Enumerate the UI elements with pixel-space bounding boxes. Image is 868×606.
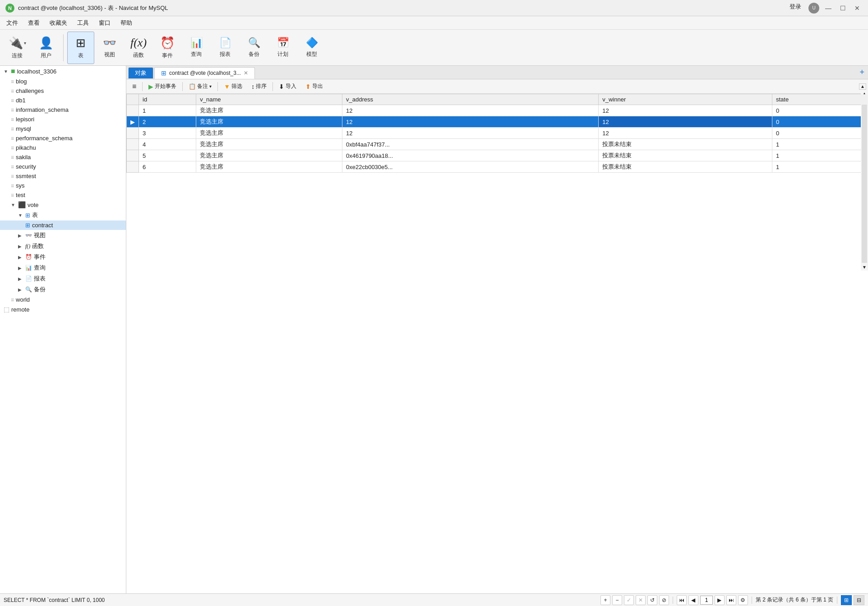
cell-v_name[interactable]: 竞选主席 (196, 139, 342, 150)
sidebar-db-sakila[interactable]: ≡ sakila (0, 152, 126, 162)
cell-v_name[interactable]: 竞选主席 (196, 161, 342, 173)
page-number-input[interactable]: 1 (700, 596, 713, 605)
cell-v_winner[interactable]: 12 (599, 128, 772, 139)
cell-id[interactable]: 5 (139, 150, 196, 161)
sidebar-remote[interactable]: ⬚ remote (0, 304, 126, 314)
confirm-btn[interactable]: ✓ (624, 595, 634, 605)
scrollbar-right[interactable]: ▲ ▼ (861, 90, 868, 271)
cell-v_address[interactable]: 12 (342, 105, 599, 116)
sidebar-db-challenges[interactable]: ≡ challenges (0, 86, 126, 96)
cell-id[interactable]: 2 (139, 116, 196, 128)
toolbar-backup[interactable]: 🔍 备份 (240, 32, 268, 64)
sidebar-folder-queries[interactable]: ▶ 📊 查询 (0, 262, 126, 273)
sidebar-db-db1[interactable]: ≡ db1 (0, 96, 126, 105)
sidebar-db-vote[interactable]: ▼ ⬛ vote (0, 200, 126, 210)
toolbar-report[interactable]: 📄 报表 (212, 32, 239, 64)
add-record-btn[interactable]: + (600, 595, 610, 605)
sidebar-db-test[interactable]: ≡ test (0, 190, 126, 200)
maximize-button[interactable]: ☐ (837, 3, 848, 14)
export-btn[interactable]: ⬆ 导出 (301, 81, 327, 92)
refresh-btn[interactable]: ↺ (647, 595, 657, 605)
user-avatar[interactable]: U (808, 3, 819, 14)
tab-obj[interactable]: 对象 (128, 67, 153, 79)
filter-btn[interactable]: ▼ 筛选 (220, 81, 246, 92)
form-view-btn[interactable]: ⊟ (854, 595, 864, 605)
cell-v_winner[interactable]: 投票未结束 (599, 139, 772, 150)
delete-record-btn[interactable]: − (612, 595, 622, 605)
cell-v_address[interactable]: 0xe22cb0030e5... (342, 161, 599, 173)
note-btn[interactable]: 📋 备注 ▾ (185, 81, 216, 92)
sidebar-db-ssmtest[interactable]: ≡ ssmtest (0, 171, 126, 181)
toolbar-user[interactable]: 👤 用户 (32, 32, 60, 64)
toolbar-model[interactable]: 🔷 模型 (298, 32, 325, 64)
table-row[interactable]: 4竞选主席0xbf4aa747f37...投票未结束1 (127, 139, 868, 150)
add-tab-button[interactable]: + (859, 68, 864, 77)
sidebar-db-lepisori[interactable]: ≡ lepisori (0, 115, 126, 124)
sidebar-folder-events[interactable]: ▶ ⏰ 事件 (0, 252, 126, 262)
toolbar-schedule[interactable]: 📅 计划 (269, 32, 296, 64)
sidebar-table-contract[interactable]: ⊞ contract (0, 220, 126, 230)
cell-state[interactable]: 0 (772, 105, 868, 116)
next-page-btn[interactable]: ▶ (715, 595, 725, 605)
menu-file[interactable]: 文件 (2, 17, 23, 29)
sidebar-folder-reports[interactable]: ▶ 📄 报表 (0, 273, 126, 284)
minimize-button[interactable]: — (823, 3, 834, 14)
sidebar-server[interactable]: ▼ ■ localhost_3306 (0, 66, 126, 77)
cell-state[interactable]: 0 (772, 128, 868, 139)
close-button[interactable]: ✕ (852, 3, 863, 14)
toolbar-table[interactable]: ⊞ 表 (67, 32, 94, 64)
menu-help[interactable]: 帮助 (116, 17, 137, 29)
sidebar-db-sys[interactable]: ≡ sys (0, 181, 126, 190)
cell-id[interactable]: 3 (139, 128, 196, 139)
table-row[interactable]: 1竞选主席12120 (127, 105, 868, 116)
menu-favorites[interactable]: 收藏夹 (45, 17, 72, 29)
grid-view-btn[interactable]: ⊞ (841, 595, 852, 605)
cancel-edit-btn[interactable]: ✕ (636, 595, 646, 605)
cell-state[interactable]: 1 (772, 161, 868, 173)
sidebar-db-blog[interactable]: ≡ blog (0, 77, 126, 86)
toolbar-query[interactable]: 📊 查询 (183, 32, 210, 64)
toolbar-func[interactable]: f(x) 函数 (125, 32, 152, 64)
sidebar-folder-views[interactable]: ▶ 👓 视图 (0, 230, 126, 241)
toolbar-event[interactable]: ⏰ 事件 (154, 32, 181, 64)
sidebar-db-performance-schema[interactable]: ≡ performance_schema (0, 133, 126, 143)
cell-v_name[interactable]: 竞选主席 (196, 116, 342, 128)
settings-btn[interactable]: ⚙ (738, 595, 748, 605)
last-page-btn[interactable]: ⏭ (726, 595, 736, 605)
cell-v_address[interactable]: 12 (342, 128, 599, 139)
sidebar-db-world[interactable]: ≡ world (0, 295, 126, 304)
menu-tools[interactable]: 工具 (73, 17, 93, 29)
menu-window[interactable]: 窗口 (94, 17, 115, 29)
transaction-btn[interactable]: ▶ 开始事务 (144, 81, 180, 92)
cell-state[interactable]: 1 (772, 150, 868, 161)
first-page-btn[interactable]: ⏮ (677, 595, 687, 605)
table-row[interactable]: 3竞选主席12120 (127, 128, 868, 139)
cell-id[interactable]: 1 (139, 105, 196, 116)
cell-state[interactable]: 1 (772, 139, 868, 150)
cell-id[interactable]: 4 (139, 139, 196, 150)
cell-v_address[interactable]: 12 (342, 116, 599, 128)
sidebar-folder-functions[interactable]: ▶ f() 函数 (0, 241, 126, 252)
stop-btn[interactable]: ⊘ (659, 595, 669, 605)
menu-view[interactable]: 查看 (23, 17, 44, 29)
cell-id[interactable]: 6 (139, 161, 196, 173)
scroll-up-btn[interactable]: ▲ (859, 83, 866, 90)
sidebar-db-security[interactable]: ≡ security (0, 162, 126, 171)
table-row[interactable]: ▶2竞选主席12120 (127, 116, 868, 128)
table-row[interactable]: 5竞选主席0x4619790aa18...投票未结束1 (127, 150, 868, 161)
table-row[interactable]: 6竞选主席0xe22cb0030e5...投票未结束1 (127, 161, 868, 173)
cell-v_name[interactable]: 竞选主席 (196, 150, 342, 161)
cell-state[interactable]: 0 (772, 116, 868, 128)
sidebar-db-pikachu[interactable]: ≡ pikachu (0, 143, 126, 152)
cell-v_winner[interactable]: 12 (599, 105, 772, 116)
sort-btn[interactable]: ↕ 排序 (247, 81, 271, 92)
sidebar-folder-tables[interactable]: ▼ ⊞ 表 (0, 210, 126, 220)
cell-v_name[interactable]: 竞选主席 (196, 128, 342, 139)
cell-v_winner[interactable]: 投票未结束 (599, 161, 772, 173)
scrollbar-down-arrow[interactable]: ▼ (861, 264, 868, 271)
toolbar-view[interactable]: 👓 视图 (96, 32, 123, 64)
cell-v_name[interactable]: 竞选主席 (196, 105, 342, 116)
tab-close-icon[interactable]: ✕ (244, 70, 248, 76)
cell-v_address[interactable]: 0x4619790aa18... (342, 150, 599, 161)
sidebar-db-mysql[interactable]: ≡ mysql (0, 124, 126, 133)
